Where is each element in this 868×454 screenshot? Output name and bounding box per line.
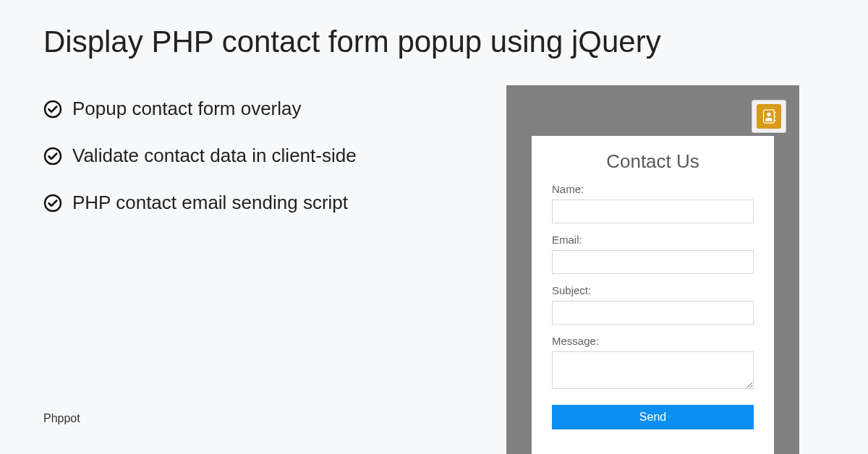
- page-title: Display PHP contact form popup using jQu…: [43, 25, 661, 59]
- name-label: Name:: [552, 183, 754, 195]
- contact-form-popup: Contact Us Name: Email: Subject: Message…: [532, 136, 774, 454]
- feature-item: PHP contact email sending script: [43, 192, 357, 214]
- form-heading: Contact Us: [552, 150, 754, 173]
- name-input[interactable]: [552, 200, 754, 223]
- subject-label: Subject:: [552, 284, 754, 296]
- message-label: Message:: [552, 335, 754, 347]
- check-circle-icon: [43, 100, 62, 119]
- send-button[interactable]: Send: [552, 405, 754, 429]
- email-label: Email:: [552, 234, 754, 246]
- svg-point-4: [767, 113, 771, 117]
- feature-text: Popup contact form overlay: [72, 98, 302, 120]
- feature-item: Popup contact form overlay: [43, 98, 357, 120]
- feature-text: PHP contact email sending script: [72, 192, 348, 214]
- feature-item: Validate contact data in client-side: [43, 145, 357, 167]
- feature-text: Validate contact data in client-side: [72, 145, 357, 167]
- brand-label: Phppot: [43, 412, 80, 425]
- check-circle-icon: [43, 147, 62, 166]
- preview-panel: Contact Us Name: Email: Subject: Message…: [506, 85, 799, 454]
- open-contact-popup-button[interactable]: [752, 100, 786, 133]
- email-input[interactable]: [552, 250, 754, 274]
- feature-list: Popup contact form overlay Validate cont…: [43, 98, 357, 214]
- subject-input[interactable]: [552, 301, 754, 325]
- address-book-icon: [757, 104, 781, 129]
- check-circle-icon: [43, 194, 62, 213]
- message-textarea[interactable]: [552, 351, 754, 389]
